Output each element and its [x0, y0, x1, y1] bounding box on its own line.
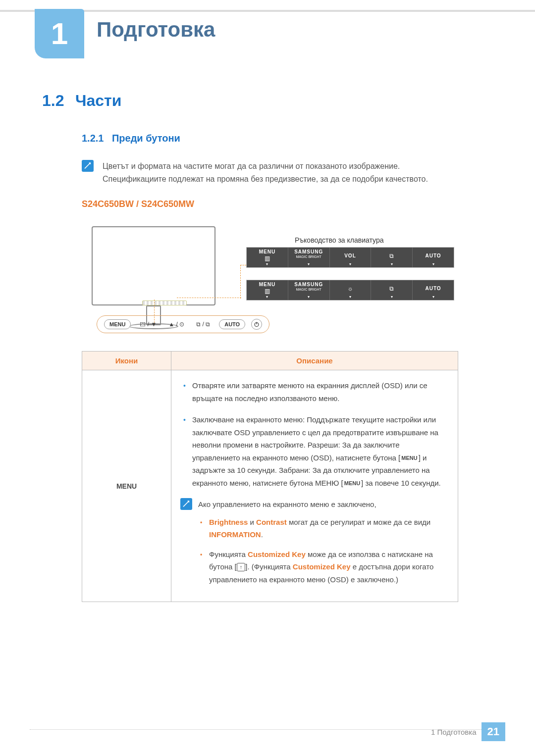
- subsection-number: 1.2.1: [82, 133, 104, 144]
- key-panel-1: MENU▥▾ SAMSUNGMAGIC BRIGHT▾ VOL▾ ⧉▾ AUTO…: [246, 247, 454, 268]
- kp-cell-source: ⧉▾: [371, 248, 413, 267]
- section-heading: 1.2 Части: [42, 92, 493, 110]
- sub-bullet-customized-key: Функцията Customized Key може да се изпо…: [198, 548, 448, 586]
- row-desc: Отваряте или затваряте менюто на екранни…: [171, 370, 458, 602]
- note-line-2: Спецификациите подлежат на промяна без п…: [103, 173, 428, 186]
- chapter-title: Подготовка: [97, 18, 215, 42]
- kp-cell-auto: AUTO▾: [413, 248, 454, 267]
- custom-down-button: ⮹ / ▼: [137, 319, 160, 329]
- monitor-front-buttons: [142, 301, 187, 305]
- key-panel-2: MENU▥▾ SAMSUNGMAGIC BRIGHT▾ ☼▾ ⧉▾ AUTO▾: [246, 280, 454, 301]
- model-heading: S24C650BW / S24C650MW: [82, 199, 493, 209]
- sub-bullet-brightness: Brightness и Contrast могат да се регули…: [198, 516, 448, 541]
- power-button: [251, 319, 262, 330]
- note-icon: [180, 498, 192, 510]
- callout-line: [240, 265, 241, 299]
- button-row: MENU ⮹ / ▼ ▲ / ⊙ ⧉ / ⧉ AUTO: [97, 315, 269, 333]
- note-block: Цветът и формата на частите могат да са …: [82, 160, 493, 185]
- chapter-number-badge: 1: [35, 9, 84, 58]
- kp-cell-magicbright: SAMSUNGMAGIC BRIGHT▾: [288, 280, 330, 300]
- row-icon-menu: MENU: [82, 370, 171, 602]
- kp-cell-vol: VOL▾: [330, 248, 372, 267]
- kp-cell-auto: AUTO▾: [413, 280, 454, 300]
- page-number: 21: [482, 722, 505, 741]
- callout-line: [240, 265, 246, 265]
- inner-note: Ако управлението на екранното меню е зак…: [180, 498, 448, 593]
- bullet-open-close: Отваряте или затваряте менюто на екранни…: [181, 379, 448, 404]
- diagram: Ръководство за клавиатура MENU▥▾ SAMSUNG…: [82, 221, 458, 340]
- note-text: Цветът и формата на частите могат да са …: [103, 160, 428, 185]
- monitor-outline: [92, 226, 215, 305]
- note-intro: Ако управлението на екранното меню е зак…: [198, 498, 448, 511]
- up-enter-button: ▲ / ⊙: [165, 319, 187, 329]
- kp-cell-menu: MENU▥▾: [247, 248, 288, 267]
- th-desc: Описание: [171, 352, 458, 370]
- kp-cell-brightness: ☼▾: [330, 280, 372, 300]
- footer: 1 Подготовка 21: [431, 722, 505, 741]
- section-title: Части: [75, 92, 121, 110]
- kp-cell-source: ⧉▾: [371, 280, 413, 300]
- note-icon: [82, 160, 94, 172]
- subsection-title: Преди бутони: [112, 133, 180, 144]
- footer-text: 1 Подготовка: [431, 728, 481, 736]
- callout-line: [177, 298, 241, 298]
- keyboard-guide-title: Ръководство за клавиатура: [295, 236, 384, 244]
- icons-table: Икони Описание MENU Отваряте или затваря…: [82, 351, 458, 602]
- table-row: MENU Отваряте или затваряте менюто на ек…: [82, 370, 458, 602]
- auto-button: AUTO: [219, 319, 245, 329]
- subsection-heading: 1.2.1 Преди бутони: [82, 133, 493, 144]
- menu-button: MENU: [104, 319, 131, 329]
- section-number: 1.2: [42, 92, 64, 110]
- bullet-lock: Заключване на екранното меню: Поддържате…: [181, 413, 448, 489]
- section-body: 1.2 Части 1.2.1 Преди бутони Цветът и фо…: [42, 92, 493, 602]
- custom-key-icon: [237, 563, 246, 571]
- kp-cell-menu: MENU▥▾: [247, 280, 288, 300]
- kp-cell-magicbright: SAMSUNGMAGIC BRIGHT▾: [288, 248, 330, 267]
- th-icons: Икони: [82, 352, 171, 370]
- source-button: ⧉ / ⧉: [193, 319, 213, 329]
- note-line-1: Цветът и формата на частите могат да са …: [103, 160, 428, 173]
